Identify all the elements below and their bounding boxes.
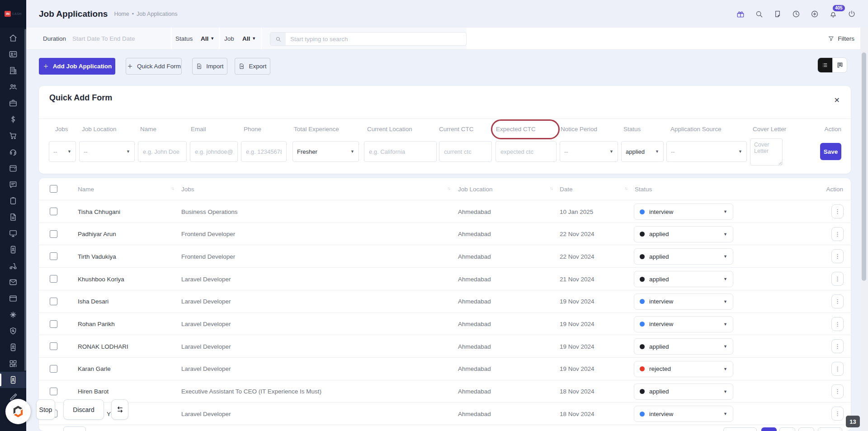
application-source-select[interactable]: --▼ xyxy=(666,141,747,162)
status-filter-dropdown[interactable]: All ▼ xyxy=(201,28,214,49)
row-actions-button[interactable]: ⋮ xyxy=(831,407,844,421)
sidebar-item-window[interactable] xyxy=(0,290,26,307)
sidebar-item-chat[interactable] xyxy=(0,176,26,193)
status-select[interactable]: applied▼ xyxy=(621,141,664,162)
sidebar-item-dollar[interactable] xyxy=(0,111,26,128)
status-dropdown[interactable]: interview▼ xyxy=(634,406,733,422)
status-dropdown[interactable]: interview▼ xyxy=(634,204,733,220)
bell-button[interactable]: 405 xyxy=(829,9,838,19)
pagination-prev-button[interactable] xyxy=(723,427,757,431)
row-actions-button[interactable]: ⋮ xyxy=(831,272,844,286)
row-actions-button[interactable]: ⋮ xyxy=(831,249,844,263)
pagination-page-button[interactable] xyxy=(761,427,777,431)
row-actions-button[interactable]: ⋮ xyxy=(831,384,844,398)
recorder-logo-button[interactable] xyxy=(5,399,31,424)
row-actions-button[interactable]: ⋮ xyxy=(831,204,844,218)
kanban-view-toggle[interactable] xyxy=(832,58,847,72)
status-dropdown[interactable]: applied▼ xyxy=(634,226,733,242)
sidebar-item-mobile-user[interactable] xyxy=(0,339,26,355)
row-checkbox[interactable] xyxy=(50,365,57,373)
column-header-name[interactable]: Name xyxy=(78,178,94,200)
swap-button[interactable] xyxy=(111,399,128,420)
sidebar-item-monitor[interactable] xyxy=(0,225,26,242)
row-actions-button[interactable]: ⋮ xyxy=(831,294,844,308)
per-page-select[interactable] xyxy=(63,426,86,431)
sidebar-item-mobile-user[interactable] xyxy=(0,242,26,258)
status-dropdown[interactable]: applied▼ xyxy=(634,271,733,287)
row-checkbox[interactable] xyxy=(50,208,57,215)
status-dropdown[interactable]: applied▼ xyxy=(634,248,733,265)
sort-icon[interactable]: ↑↓ xyxy=(624,186,627,191)
sidebar-item-home[interactable] xyxy=(0,30,26,46)
cover-letter-textarea[interactable] xyxy=(750,138,783,166)
quick-add-form-button[interactable]: Quick Add Form xyxy=(126,58,182,75)
column-header-date[interactable]: Date xyxy=(560,178,573,200)
row-checkbox[interactable] xyxy=(50,388,57,395)
pagination-next-button[interactable] xyxy=(818,427,842,431)
sidebar-scrollbar[interactable] xyxy=(24,29,26,371)
power-button[interactable] xyxy=(847,9,856,19)
row-checkbox[interactable] xyxy=(50,252,57,260)
plus-circle-button[interactable] xyxy=(810,9,819,19)
email-input[interactable] xyxy=(190,141,238,162)
sidebar-item-cart[interactable] xyxy=(0,128,26,144)
row-checkbox[interactable] xyxy=(50,298,57,305)
sidebar-item-building[interactable] xyxy=(0,62,26,79)
job-filter-dropdown[interactable]: All ▼ xyxy=(242,28,256,49)
row-actions-button[interactable]: ⋮ xyxy=(831,339,844,353)
add-job-application-button[interactable]: Add Job Application xyxy=(39,58,115,75)
search-input[interactable] xyxy=(286,36,466,43)
expected-ctc-input[interactable] xyxy=(495,141,557,162)
status-dropdown[interactable]: applied▼ xyxy=(634,338,733,355)
status-dropdown[interactable]: interview▼ xyxy=(634,316,733,332)
job-location-select[interactable]: --▼ xyxy=(79,141,135,162)
row-checkbox[interactable] xyxy=(50,342,57,350)
name-input[interactable] xyxy=(138,141,187,162)
sort-icon[interactable]: ↑↓ xyxy=(171,186,174,191)
select-all-checkbox[interactable] xyxy=(50,185,57,193)
list-view-toggle[interactable] xyxy=(818,58,832,72)
pagination-page-button[interactable] xyxy=(779,427,795,431)
status-dropdown[interactable]: interview▼ xyxy=(634,294,733,310)
stop-button[interactable]: Stop xyxy=(36,399,55,420)
row-actions-button[interactable]: ⋮ xyxy=(831,362,844,376)
notes-button[interactable] xyxy=(773,9,782,19)
notice-period-select[interactable]: --▼ xyxy=(560,141,618,162)
sidebar-item-file-text[interactable] xyxy=(0,209,26,225)
row-actions-button[interactable]: ⋮ xyxy=(831,227,844,241)
sort-icon[interactable]: ↑↓ xyxy=(447,186,450,191)
gift-button[interactable] xyxy=(736,9,745,19)
search-button[interactable] xyxy=(755,9,764,19)
column-header-location[interactable]: Job Location xyxy=(458,178,493,200)
sidebar-item-id-card[interactable] xyxy=(0,46,26,62)
sidebar-item-users[interactable] xyxy=(0,79,26,95)
filters-button[interactable]: Filters xyxy=(828,28,854,49)
sidebar-item-qr-code[interactable] xyxy=(0,355,26,372)
row-checkbox[interactable] xyxy=(50,320,57,328)
sidebar-item-clipboard[interactable] xyxy=(0,193,26,209)
window-scrollbar-thumb[interactable] xyxy=(862,52,866,281)
discard-button[interactable]: Discard xyxy=(63,399,104,420)
sidebar-item-briefcase[interactable] xyxy=(0,95,26,111)
row-actions-button[interactable]: ⋮ xyxy=(831,317,844,331)
column-header-jobs[interactable]: Jobs xyxy=(181,178,194,200)
sidebar-item-shield-search[interactable] xyxy=(0,323,26,339)
sidebar-item-headset[interactable] xyxy=(0,144,26,160)
sort-icon[interactable]: ↑↓ xyxy=(550,186,552,191)
app-logo[interactable]: IN CASH xyxy=(0,0,26,28)
pagination-page-button[interactable] xyxy=(798,427,814,431)
row-checkbox[interactable] xyxy=(50,275,57,283)
sidebar-item-calendar[interactable] xyxy=(0,160,26,176)
status-dropdown[interactable]: applied▼ xyxy=(634,384,733,400)
sidebar-item-sparkle[interactable] xyxy=(0,307,26,323)
sidebar-item-mail[interactable] xyxy=(0,274,26,290)
close-icon[interactable]: ✕ xyxy=(834,96,840,104)
row-checkbox[interactable] xyxy=(50,230,57,238)
phone-input[interactable] xyxy=(241,141,287,162)
jobs-select[interactable]: --▼ xyxy=(49,141,76,162)
sidebar-item-mobile-user[interactable] xyxy=(0,372,26,388)
current-ctc-input[interactable] xyxy=(439,141,492,162)
import-button[interactable]: Import xyxy=(192,58,227,75)
export-button[interactable]: Export xyxy=(235,58,270,75)
current-location-input[interactable] xyxy=(364,141,437,162)
